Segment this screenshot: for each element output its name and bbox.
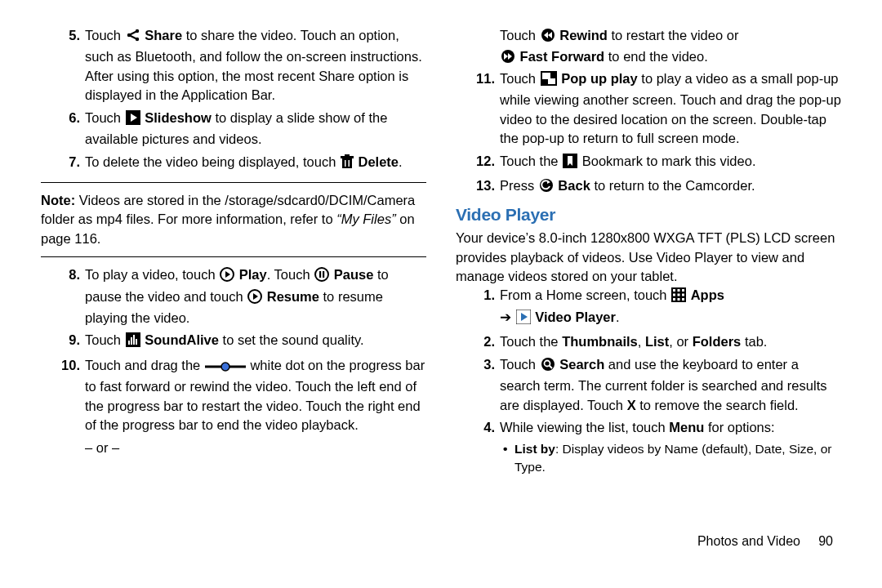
step-number: 2. (470, 332, 495, 351)
footer-page: 90 (818, 534, 833, 548)
pause-icon (314, 267, 329, 287)
step-10-cont: Touch Rewind to restart the video or Fas… (456, 26, 841, 69)
step-number: 6. (56, 109, 80, 127)
slideshow-icon (126, 110, 140, 130)
svg-rect-41 (673, 289, 675, 292)
vp-step-3: 3. Touch Search and use the keyboard to … (456, 355, 841, 415)
step-number: 13. (470, 176, 495, 195)
step-11: 11. Touch Pop up play to play a video as… (456, 69, 841, 149)
fastforward-icon (501, 49, 515, 69)
step-number: 8. (56, 265, 80, 284)
apps-icon (671, 287, 686, 307)
svg-point-26 (221, 363, 229, 371)
svg-rect-45 (678, 294, 680, 296)
videoplayer-icon (516, 310, 531, 329)
step-12: 12. Touch the Bookmark to mark this vide… (456, 152, 841, 173)
svg-rect-11 (345, 160, 346, 167)
progress-dot-icon (205, 359, 246, 377)
divider (41, 182, 426, 183)
vp-step-4: 4. While viewing the list, touch Menu fo… (456, 418, 841, 437)
step-number: 4. (470, 418, 495, 437)
back-icon (539, 178, 554, 198)
svg-rect-42 (678, 289, 680, 292)
svg-rect-16 (319, 271, 321, 278)
intro-text: Your device’s 8.0-inch 1280x800 WXGA TFT… (456, 229, 841, 286)
step-number: 10. (56, 356, 80, 375)
step-number: 3. (470, 355, 495, 374)
svg-point-15 (315, 268, 328, 281)
svg-rect-21 (128, 341, 130, 345)
divider (41, 256, 426, 257)
svg-rect-43 (682, 289, 684, 292)
note: Note: Videos are stored in the /storage/… (41, 191, 426, 248)
delete-icon (341, 154, 354, 174)
svg-rect-10 (345, 154, 350, 156)
step-8: 8. To play a video, touch Play. Touch Pa… (41, 265, 426, 327)
svg-rect-44 (673, 294, 675, 296)
step-9: 9. Touch SoundAlive to set the sound qua… (41, 331, 426, 352)
step-number: 7. (56, 153, 80, 172)
left-column: 5. Touch Share to share the video. Touch… (41, 26, 426, 532)
step-number: 11. (470, 69, 495, 88)
svg-line-5 (129, 35, 137, 39)
step-10: 10. Touch and drag the white dot on the … (41, 356, 426, 435)
right-column: Touch Rewind to restart the video or Fas… (456, 26, 841, 532)
footer-section: Photos and Video (697, 534, 800, 548)
play-icon (247, 289, 262, 309)
share-icon (126, 28, 140, 47)
soundalive-icon (126, 332, 140, 352)
step-5: 5. Touch Share to share the video. Touch… (41, 26, 426, 105)
svg-rect-12 (348, 160, 350, 167)
svg-rect-46 (682, 294, 684, 296)
step-6: 6. Touch Slideshow to display a slide sh… (41, 109, 426, 149)
step-number: 5. (56, 26, 80, 45)
svg-marker-51 (521, 313, 528, 321)
svg-rect-47 (673, 298, 675, 301)
or-text: – or – (41, 439, 426, 457)
bullet-listby: List by: Display videos by Name (default… (456, 440, 841, 476)
step-number: 12. (470, 152, 495, 171)
vp-step-2: 2. Touch the Thumbnails, List, or Folder… (456, 332, 841, 351)
step-number: 1. (470, 286, 495, 305)
page-footer: Photos and Video 90 (41, 532, 841, 551)
bookmark-icon (563, 154, 577, 173)
svg-rect-34 (542, 73, 550, 79)
svg-rect-24 (136, 339, 137, 345)
svg-rect-22 (131, 337, 132, 345)
svg-rect-49 (682, 298, 684, 301)
section-title: Video Player (456, 203, 841, 227)
popupplay-icon (541, 71, 557, 91)
svg-rect-8 (342, 158, 352, 168)
search-icon (541, 357, 555, 376)
svg-marker-14 (225, 271, 230, 278)
step-number: 9. (56, 331, 80, 350)
svg-point-52 (541, 358, 555, 371)
play-icon (220, 267, 234, 287)
svg-rect-9 (341, 156, 354, 158)
svg-rect-48 (678, 298, 680, 301)
step-13: 13. Press Back to return to the Camcorde… (456, 176, 841, 198)
rewind-icon (541, 28, 555, 47)
step-7: 7. To delete the video being displayed, … (41, 153, 426, 174)
svg-rect-23 (133, 335, 135, 345)
svg-line-4 (129, 31, 137, 35)
svg-rect-35 (548, 78, 555, 84)
svg-marker-19 (253, 293, 258, 300)
svg-rect-17 (323, 271, 324, 278)
vp-step-1: 1. From a Home screen, touch Apps ➔ Vide… (456, 286, 841, 329)
